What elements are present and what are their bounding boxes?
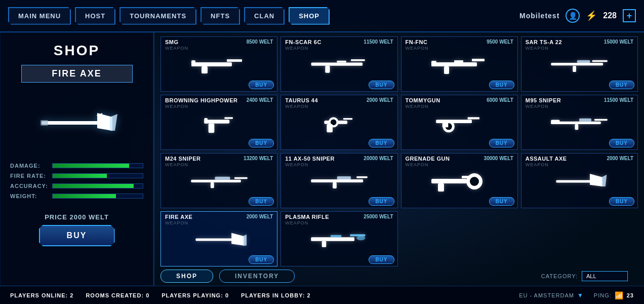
item-card-image [285, 225, 393, 253]
item-card-type: WEAPON [165, 162, 200, 167]
nav-clan[interactable]: CLAN [244, 7, 285, 25]
item-card-type: WEAPON [285, 162, 335, 167]
svg-rect-60 [311, 237, 354, 241]
item-buy-button[interactable]: BUY [609, 197, 634, 206]
item-buy-button[interactable]: BUY [369, 197, 394, 206]
item-card-image [165, 167, 273, 195]
item-card-header: FIRE AXE WEAPON 2000 WELT [165, 214, 273, 225]
status-bar: PLAYERS ONLINE: 2 ROOMS CREATED: 0 PLAYE… [0, 286, 644, 304]
svg-rect-31 [436, 120, 472, 123]
svg-marker-59 [243, 234, 247, 245]
item-card-price: 2000 WELT [247, 214, 273, 219]
item-buy-button[interactable]: BUY [369, 139, 394, 147]
svg-rect-0 [42, 121, 102, 125]
item-card-image [165, 51, 273, 79]
item-card[interactable]: SMG WEAPON 8500 WELT BUY [160, 36, 277, 92]
nav-tournaments[interactable]: TOURNAMENTS [119, 7, 196, 25]
add-currency-button[interactable]: + [623, 9, 636, 22]
item-card-name: GRENADE GUN [406, 156, 450, 162]
item-buy-button[interactable]: BUY [249, 139, 274, 147]
item-card[interactable]: 11 AX-50 SNIPER WEAPON 20000 WELT BUY [280, 153, 397, 208]
item-buy-button[interactable]: BUY [609, 139, 634, 147]
item-buy-button[interactable]: BUY [609, 81, 634, 89]
item-card-image [165, 225, 273, 253]
right-panel: SMG WEAPON 8500 WELT BUY FN-SCAR 6C WEAP… [154, 32, 644, 286]
item-buy-button[interactable]: BUY [369, 255, 394, 264]
svg-rect-8 [191, 60, 195, 66]
item-card-header: SAR TS-A 22 WEAPON 15000 WELT [526, 39, 633, 51]
item-card-price: 8500 WELT [247, 39, 273, 45]
weight-fill [53, 194, 116, 198]
nav-nfts[interactable]: NFTS [200, 7, 240, 25]
fire-rate-fill [53, 174, 107, 178]
item-card-price: 2000 WELT [367, 97, 393, 103]
svg-rect-45 [311, 179, 363, 182]
item-card[interactable]: FN-SCAR 6C WEAPON 11500 WELT BUY [280, 36, 397, 92]
category-select[interactable]: ALL WEAPONS ITEMS SKINS [582, 271, 628, 281]
item-card-type: WEAPON [406, 104, 440, 109]
item-card-image [526, 109, 633, 137]
weight-bar [52, 194, 143, 199]
nav-main-menu[interactable]: MAIN MENU [8, 7, 71, 25]
item-card[interactable]: PLASMA RIFLE WEAPON 25000 WELT BUY [280, 211, 397, 267]
item-card-image [285, 167, 393, 195]
stats-section: DAMAGE: FIRE RATE: ACCURACY: WEIGHT: [10, 163, 143, 203]
svg-rect-6 [227, 59, 242, 62]
item-card[interactable]: SAR TS-A 22 WEAPON 15000 WELT BUY [521, 36, 638, 92]
item-card[interactable]: FIRE AXE WEAPON 2000 WELT BUY [160, 211, 277, 267]
item-buy-button[interactable]: BUY [489, 197, 514, 206]
accuracy-label: ACCURACY: [10, 183, 48, 189]
svg-rect-19 [592, 60, 608, 62]
item-card[interactable]: GRENADE GUN WEAPON 30000 WELT BUY [401, 153, 518, 208]
item-buy-button[interactable]: BUY [369, 81, 394, 89]
tab-inventory[interactable]: INVENTORY [219, 270, 295, 283]
weight-row: WEIGHT: [10, 193, 143, 199]
svg-rect-17 [431, 61, 436, 66]
item-card[interactable]: BROWNING HIGHPOWER WEAPON 2400 WELT BUY [160, 95, 277, 150]
category-filter: CATEGORY: ALL WEAPONS ITEMS SKINS [541, 271, 638, 281]
damage-fill [53, 164, 129, 168]
damage-bar [52, 163, 143, 168]
main-content: SHOP FIRE AXE DAMAGE: [0, 32, 644, 286]
ping-section: PING: 📶 23 [594, 291, 634, 299]
svg-rect-23 [224, 117, 233, 119]
svg-marker-58 [232, 233, 245, 245]
price-label: PRICE 2000 WELT [45, 213, 109, 221]
item-buy-button[interactable]: BUY [489, 81, 514, 89]
nav-host[interactable]: HOST [75, 7, 115, 25]
item-card-price: 15000 WELT [604, 39, 633, 45]
nav-shop[interactable]: SHOP [289, 7, 330, 25]
svg-rect-62 [322, 241, 327, 247]
buy-main-button[interactable]: BUY [39, 225, 115, 246]
item-card[interactable]: TAURUS 44 WEAPON 2000 WELT BUY [280, 95, 397, 150]
item-buy-button[interactable]: BUY [489, 139, 514, 147]
item-card-type: WEAPON [526, 46, 562, 51]
left-panel: SHOP FIRE AXE DAMAGE: [0, 32, 154, 286]
accuracy-row: ACCURACY: [10, 183, 143, 189]
currency-icon: ⚡ [586, 10, 597, 21]
item-buy-button[interactable]: BUY [249, 255, 274, 264]
item-card-image [406, 51, 513, 79]
damage-label: DAMAGE: [10, 163, 48, 169]
item-card-price: 30000 WELT [484, 156, 513, 161]
item-card-header: TAURUS 44 WEAPON 2000 WELT [285, 97, 393, 109]
user-icon[interactable]: 👤 [566, 9, 580, 23]
svg-rect-43 [210, 182, 214, 188]
item-card[interactable]: M24 SNIPER WEAPON 13200 WELT BUY [160, 153, 277, 208]
item-buy-button[interactable]: BUY [249, 81, 274, 89]
currency-amount: 228 [603, 11, 617, 20]
item-card[interactable]: M95 SNIPER WEAPON 11500 WELT BUY [521, 95, 638, 150]
item-buy-button[interactable]: BUY [249, 197, 274, 206]
svg-rect-35 [442, 123, 449, 127]
svg-rect-39 [579, 119, 591, 122]
tab-shop[interactable]: SHOP [160, 270, 213, 283]
weight-label: WEIGHT: [10, 193, 48, 199]
selected-item-name: FIRE AXE [21, 65, 133, 83]
item-card[interactable]: TOMMYGUN WEAPON 6000 WELT BUY [401, 95, 518, 150]
item-card-header: M95 SNIPER WEAPON 11500 WELT [526, 97, 633, 109]
svg-rect-53 [438, 183, 444, 192]
item-card[interactable]: FN-FNC WEAPON 9500 WELT BUY [401, 36, 518, 92]
fire-rate-row: FIRE RATE: [10, 173, 143, 179]
item-card[interactable]: ASSAULT AXE WEAPON 2000 WELT BUY [521, 153, 638, 208]
svg-rect-61 [350, 234, 365, 236]
